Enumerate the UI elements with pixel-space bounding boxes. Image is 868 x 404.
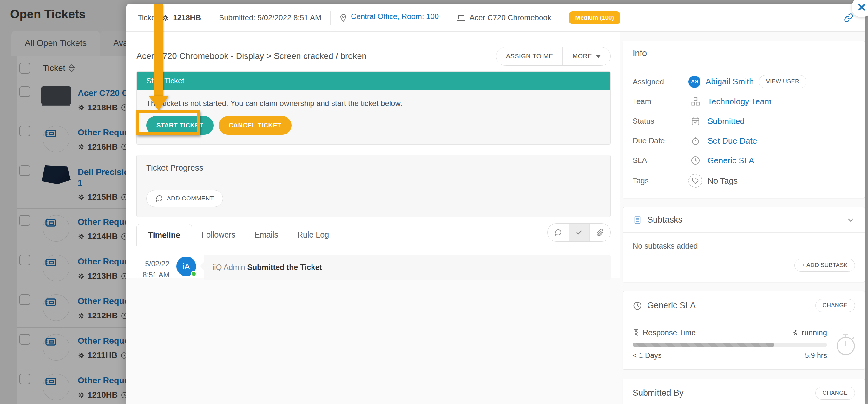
- ticket-progress-card: Ticket Progress ADD COMMENT: [136, 155, 611, 217]
- ticket-header-bar: Ticket 1218HB Submitted: 5/02/2022 8:51 …: [126, 4, 865, 32]
- ticket-id: 1218HB: [173, 13, 201, 22]
- hourglass-icon: [632, 329, 640, 337]
- app-root: { "sidebar": { "title": "Open Tickets", …: [0, 0, 868, 404]
- sla-metric-label: Response Time: [643, 328, 696, 337]
- clock-icon: [690, 155, 701, 165]
- paperclip-icon: [596, 229, 604, 236]
- timeline-entry: 5/02/22 8:51 AM iA iiQ Admin Submitted t…: [136, 255, 611, 280]
- detail-tabs: Timeline Followers Emails Rule Log: [136, 223, 611, 246]
- avatar: AS: [688, 76, 701, 88]
- info-card-title: Info: [632, 49, 647, 58]
- sla-target: < 1 Days: [632, 351, 661, 360]
- set-due-date-link[interactable]: Set Due Date: [708, 136, 757, 146]
- assign-to-me-button[interactable]: ASSIGN TO ME: [496, 47, 563, 65]
- tag-icon: [688, 174, 703, 188]
- start-ticket-banner: Start Ticket: [137, 72, 610, 90]
- comment-icon: [155, 195, 163, 202]
- team-cubes-icon: [690, 96, 701, 107]
- more-button[interactable]: MORE: [562, 47, 610, 65]
- device-segment: Acer C720 Chromebook: [448, 11, 560, 25]
- subtasks-title: Subtasks: [647, 215, 682, 225]
- priority-badge[interactable]: Medium (100): [569, 11, 620, 24]
- stopwatch-icon: [834, 331, 858, 357]
- cancel-ticket-button[interactable]: CANCEL TICKET: [219, 116, 291, 135]
- start-ticket-card: Start Ticket This ticket is not started.…: [136, 71, 611, 145]
- timeline-action: Submitted the Ticket: [247, 263, 322, 272]
- timeline-filter-buttons: [547, 223, 611, 242]
- filter-comments-button[interactable]: [548, 223, 568, 241]
- tab-timeline[interactable]: Timeline: [136, 224, 192, 246]
- tags-value[interactable]: No Tags: [708, 176, 738, 186]
- status-link[interactable]: Submitted: [708, 116, 745, 126]
- location-link[interactable]: Central Office, Room: 100: [351, 12, 439, 23]
- sla-card: Generic SLA CHANGE Response Time: [623, 291, 865, 370]
- sla-state-label: running: [802, 328, 827, 337]
- assigned-user-link[interactable]: Abigail Smith: [706, 77, 754, 87]
- ticket-action-buttons: ASSIGN TO ME MORE: [496, 47, 611, 66]
- info-label-status: Status: [632, 117, 688, 126]
- subtasks-list-icon: [632, 215, 642, 225]
- copy-link-icon[interactable]: [844, 13, 854, 23]
- ticket-label: Ticket: [138, 13, 158, 22]
- timeline-time: 8:51 AM: [136, 270, 169, 281]
- ticket-main-column: Acer C720 Chromebook - Display > Screen …: [126, 32, 620, 278]
- info-label-due-date: Due Date: [632, 136, 688, 145]
- ticket-title: Acer C720 Chromebook - Display > Screen …: [136, 51, 367, 61]
- timeline-event-bubble: iiQ Admin Submitted the Ticket: [204, 255, 611, 280]
- check-icon: [576, 229, 583, 236]
- start-ticket-button[interactable]: START TICKET: [146, 116, 214, 135]
- submitted-by-card: Submitted By CHANGE iA iiQ Admin VIEW US…: [623, 379, 865, 404]
- sla-change-button[interactable]: CHANGE: [815, 299, 855, 312]
- info-card: Info Assigned AS Abigail Smith VIEW USER…: [623, 40, 865, 198]
- view-user-button[interactable]: VIEW USER: [759, 75, 807, 88]
- stopwatch-icon: [690, 136, 701, 146]
- sla-progress-track: [632, 343, 827, 347]
- calendar-check-icon: [690, 116, 701, 126]
- filter-events-button[interactable]: [568, 223, 589, 241]
- add-comment-button[interactable]: ADD COMMENT: [146, 190, 223, 207]
- tab-rule-log[interactable]: Rule Log: [288, 224, 339, 246]
- chevron-down-icon: [596, 55, 601, 58]
- modal-body: Acer C720 Chromebook - Display > Screen …: [126, 32, 865, 404]
- ticket-detail-modal: Ticket 1218HB Submitted: 5/02/2022 8:51 …: [126, 4, 865, 404]
- close-icon: [857, 3, 866, 12]
- more-label: MORE: [572, 53, 592, 60]
- team-link[interactable]: Technology Team: [708, 97, 772, 106]
- sla-link[interactable]: Generic SLA: [708, 156, 754, 165]
- timeline-date: 5/02/22: [136, 258, 169, 270]
- chevron-down-icon[interactable]: [846, 216, 855, 224]
- avatar-initials: iA: [182, 261, 190, 272]
- laptop-icon: [457, 14, 466, 22]
- ticket-id-segment: Ticket 1218HB: [138, 11, 210, 25]
- avatar[interactable]: iA: [176, 256, 196, 276]
- info-label-sla: SLA: [632, 156, 688, 165]
- asset-gear-icon: [161, 14, 169, 22]
- start-ticket-message: This ticket is not started. You can clai…: [146, 99, 601, 108]
- submitted-by-change-button[interactable]: CHANGE: [815, 386, 855, 400]
- info-label-assigned: Assigned: [632, 77, 688, 86]
- runner-icon: [792, 329, 799, 337]
- add-subtask-button[interactable]: + ADD SUBTASK: [795, 259, 855, 272]
- info-label-team: Team: [632, 97, 688, 106]
- ticket-progress-title: Ticket Progress: [146, 163, 204, 173]
- submitted-segment: Submitted: 5/02/2022 8:51 AM: [210, 11, 331, 25]
- info-label-tags: Tags: [632, 176, 688, 185]
- clock-icon: [632, 301, 642, 310]
- tab-followers[interactable]: Followers: [192, 224, 245, 246]
- tab-emails[interactable]: Emails: [245, 224, 288, 246]
- location-pin-icon: [339, 13, 347, 22]
- add-comment-label: ADD COMMENT: [167, 195, 214, 202]
- comment-icon: [554, 229, 562, 236]
- sla-card-title: Generic SLA: [647, 301, 696, 310]
- sla-elapsed: 5.9 hrs: [805, 351, 827, 360]
- subtasks-card: Subtasks No subtasks added + ADD SUBTASK: [623, 207, 865, 282]
- timeline-timestamp: 5/02/22 8:51 AM: [136, 255, 169, 280]
- sla-progress-fill: [632, 343, 774, 347]
- submitted-by-title: Submitted By: [632, 388, 684, 398]
- info-column: Info Assigned AS Abigail Smith VIEW USER…: [623, 32, 865, 404]
- filter-attachments-button[interactable]: [589, 223, 610, 241]
- online-status-dot: [191, 271, 197, 277]
- location-segment: Central Office, Room: 100: [331, 11, 448, 25]
- subtasks-empty-text: No subtasks added: [632, 242, 855, 250]
- device-name[interactable]: Acer C720 Chromebook: [469, 13, 551, 22]
